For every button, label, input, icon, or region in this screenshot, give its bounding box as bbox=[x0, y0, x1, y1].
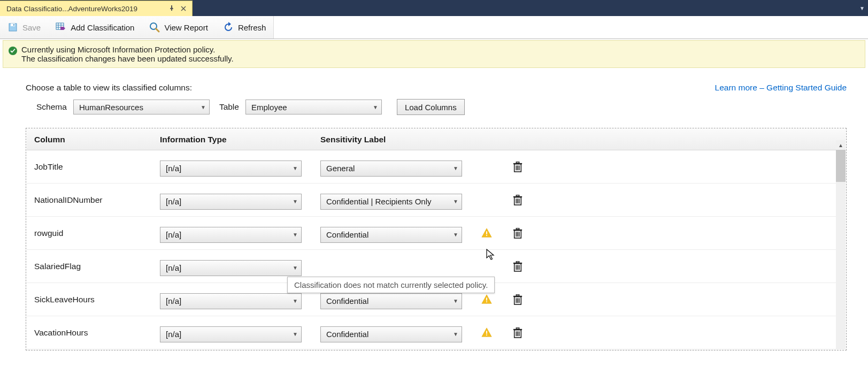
svg-rect-35 bbox=[516, 261, 519, 262]
add-classification-button[interactable]: Add Classification bbox=[48, 16, 142, 39]
sensitivity-dropdown[interactable]: Confidential | Recipients Only▼ bbox=[320, 194, 462, 210]
chevron-down-icon: ▼ bbox=[453, 331, 458, 337]
warning-tooltip: Classification does not match currently … bbox=[287, 277, 495, 293]
info-type-value: [n/a] bbox=[166, 330, 293, 339]
table-row: rowguid[n/a]▼Confidential▼ bbox=[27, 217, 846, 250]
table-row: JobTitle[n/a]▼General▼ bbox=[27, 150, 846, 184]
banner-line1: Currently using Microsoft Information Pr… bbox=[21, 45, 234, 54]
sensitivity-value: General bbox=[326, 164, 453, 173]
sensitivity-value: Confidential bbox=[326, 230, 453, 239]
banner-line2: The classification changes have been upd… bbox=[21, 54, 234, 63]
refresh-button[interactable]: Refresh bbox=[216, 16, 274, 39]
chevron-down-icon: ▼ bbox=[453, 199, 458, 204]
svg-rect-51 bbox=[516, 327, 519, 329]
warning-icon[interactable] bbox=[481, 294, 513, 306]
sensitivity-value: Confidential | Recipients Only bbox=[326, 197, 453, 206]
chevron-down-icon: ▼ bbox=[293, 199, 298, 204]
info-type-value: [n/a] bbox=[166, 296, 293, 306]
delete-icon[interactable] bbox=[513, 327, 545, 338]
magnifier-icon bbox=[149, 22, 160, 33]
info-type-dropdown[interactable]: [n/a]▼ bbox=[160, 293, 302, 309]
chevron-down-icon: ▼ bbox=[293, 165, 298, 171]
save-icon bbox=[7, 22, 18, 33]
banner-text: Currently using Microsoft Information Pr… bbox=[21, 45, 234, 63]
warning-icon[interactable] bbox=[481, 227, 513, 239]
svg-rect-29 bbox=[516, 228, 519, 229]
vertical-scrollbar[interactable]: ▲ bbox=[836, 150, 846, 349]
info-banner: Currently using Microsoft Information Pr… bbox=[3, 40, 865, 68]
chevron-down-icon: ▼ bbox=[293, 265, 298, 271]
load-columns-button[interactable]: Load Columns bbox=[397, 99, 465, 115]
svg-rect-43 bbox=[516, 294, 519, 295]
sensitivity-dropdown[interactable]: General▼ bbox=[320, 161, 462, 177]
chevron-down-icon: ▼ bbox=[293, 331, 298, 337]
svg-rect-2 bbox=[13, 24, 14, 26]
svg-rect-15 bbox=[516, 162, 519, 163]
column-name: NationalIDNumber bbox=[34, 195, 160, 205]
schema-label: Schema bbox=[36, 102, 67, 112]
titlebar-menu-icon[interactable]: ▼ bbox=[859, 0, 865, 16]
grid-body: JobTitle[n/a]▼General▼NationalIDNumber[n… bbox=[27, 150, 846, 349]
delete-icon[interactable] bbox=[513, 195, 545, 205]
view-report-label: View Report bbox=[164, 23, 208, 32]
svg-rect-37 bbox=[486, 301, 487, 302]
delete-icon[interactable] bbox=[513, 261, 545, 272]
svg-rect-21 bbox=[516, 195, 519, 196]
table-value: Employee bbox=[251, 103, 368, 112]
info-type-dropdown[interactable]: [n/a]▼ bbox=[160, 227, 302, 243]
sensitivity-dropdown[interactable]: Confidential▼ bbox=[320, 326, 462, 342]
column-name: VacationHours bbox=[34, 328, 160, 338]
delete-icon[interactable] bbox=[513, 294, 545, 305]
schema-value: HumanResources bbox=[79, 103, 196, 112]
chevron-down-icon: ▼ bbox=[293, 232, 298, 238]
info-type-dropdown[interactable]: [n/a]▼ bbox=[160, 326, 302, 342]
svg-line-9 bbox=[156, 29, 159, 32]
info-type-dropdown[interactable]: [n/a]▼ bbox=[160, 260, 302, 276]
column-name: SickLeaveHours bbox=[34, 295, 160, 304]
sensitivity-dropdown[interactable]: Confidential▼ bbox=[320, 293, 462, 309]
delete-icon[interactable] bbox=[513, 228, 545, 239]
toolbar-wrap: Save Add Classification View Report Refr… bbox=[0, 16, 868, 39]
save-button[interactable]: Save bbox=[0, 16, 48, 39]
table-dropdown[interactable]: Employee ▼ bbox=[245, 100, 382, 115]
delete-icon[interactable] bbox=[513, 162, 545, 172]
close-icon[interactable] bbox=[179, 5, 188, 13]
info-type-dropdown[interactable]: [n/a]▼ bbox=[160, 194, 302, 210]
sensitivity-dropdown[interactable]: Confidential▼ bbox=[320, 227, 462, 243]
schema-dropdown[interactable]: HumanResources ▼ bbox=[73, 100, 210, 115]
tab-title: Data Classificatio...AdventureWorks2019 bbox=[6, 5, 164, 13]
column-name: rowguid bbox=[34, 228, 160, 238]
svg-rect-22 bbox=[486, 231, 487, 234]
scroll-up-arrow[interactable]: ▲ bbox=[836, 140, 846, 150]
header-column: Column bbox=[34, 135, 160, 144]
pin-icon[interactable] bbox=[167, 5, 176, 13]
column-name: JobTitle bbox=[34, 162, 160, 172]
title-bar: Data Classificatio...AdventureWorks2019 … bbox=[0, 0, 868, 16]
success-check-icon bbox=[9, 47, 17, 55]
info-type-dropdown[interactable]: [n/a]▼ bbox=[160, 161, 302, 177]
learn-more-link[interactable]: Learn more – Getting Started Guide bbox=[715, 83, 847, 93]
table-row: NationalIDNumber[n/a]▼Confidential | Rec… bbox=[27, 184, 846, 217]
svg-rect-36 bbox=[486, 297, 487, 301]
header-info-type: Information Type bbox=[160, 135, 320, 144]
refresh-label: Refresh bbox=[238, 23, 266, 32]
svg-rect-23 bbox=[486, 235, 487, 236]
info-type-value: [n/a] bbox=[166, 197, 293, 206]
grid-header: Column Information Type Sensitivity Labe… bbox=[27, 129, 846, 150]
svg-rect-44 bbox=[486, 331, 487, 334]
sensitivity-value: Confidential bbox=[326, 296, 453, 306]
grid-tag-icon bbox=[56, 22, 66, 33]
view-report-button[interactable]: View Report bbox=[142, 16, 215, 39]
sensitivity-value: Confidential bbox=[326, 330, 453, 339]
svg-rect-45 bbox=[486, 334, 487, 335]
refresh-icon bbox=[223, 22, 234, 33]
info-type-value: [n/a] bbox=[166, 263, 293, 272]
warning-icon[interactable] bbox=[481, 327, 513, 339]
header-sensitivity: Sensitivity Label bbox=[320, 135, 481, 144]
info-type-value: [n/a] bbox=[166, 164, 293, 173]
schema-row: Schema HumanResources ▼ Table Employee ▼… bbox=[26, 99, 847, 115]
document-tab[interactable]: Data Classificatio...AdventureWorks2019 bbox=[0, 1, 193, 16]
prompt-row: Choose a table to view its classified co… bbox=[26, 83, 847, 93]
toolbar: Save Add Classification View Report Refr… bbox=[0, 16, 274, 39]
chevron-down-icon: ▼ bbox=[201, 104, 206, 110]
